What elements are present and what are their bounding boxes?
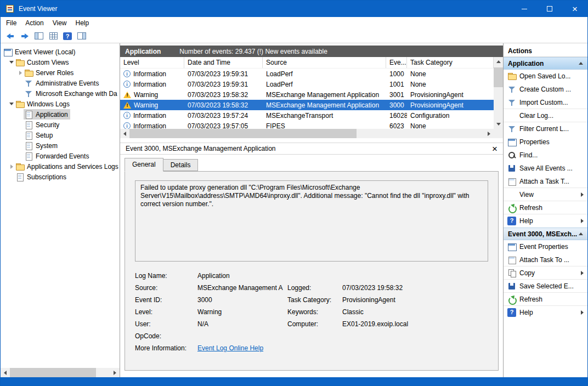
expander-open-icon[interactable] [8, 61, 15, 64]
cell-level: Warning [134, 91, 158, 99]
field-value-keywords: Classic [342, 308, 488, 316]
field-label-keywords: Keywords: [287, 308, 342, 316]
action-save-all-events[interactable]: Save All Events ... [504, 162, 587, 175]
action-properties[interactable]: Properties [504, 135, 587, 149]
action-label: Save All Events ... [519, 164, 584, 172]
event-row[interactable]: Warning 07/03/2023 19:58:32 MSExchange M… [120, 89, 503, 100]
close-button[interactable] [562, 1, 587, 17]
scroll-right-button[interactable] [484, 129, 494, 138]
warning-icon [123, 92, 131, 98]
column-header-source[interactable]: Source [263, 57, 386, 68]
menu-view[interactable]: View [48, 18, 71, 29]
show-hide-console-tree-button[interactable] [32, 30, 46, 42]
action-attach-task[interactable]: Attach a Task T... [504, 175, 587, 188]
details-tabs: General Details [120, 155, 503, 171]
actions-section-application-header[interactable]: Application [504, 57, 587, 70]
cell-level: Warning [134, 101, 158, 109]
event-description[interactable]: Failed to update proxy generation dll "C… [135, 180, 488, 262]
action-copy[interactable]: Copy [504, 266, 587, 280]
scroll-thumb[interactable] [10, 368, 96, 377]
action-open-saved-log[interactable]: Open Saved Lo... [504, 70, 587, 83]
event-row-selected[interactable]: Warning 07/03/2023 19:58:32 MSExchange M… [120, 100, 503, 110]
cell-task-category: ProvisioningAgent [407, 101, 494, 109]
menu-file[interactable]: File [2, 18, 21, 29]
action-find[interactable]: Find... [504, 149, 587, 162]
tree-item-event-viewer-local[interactable]: Event Viewer (Local) [1, 47, 120, 57]
subscriptions-icon [15, 173, 24, 181]
maximize-button[interactable] [537, 1, 562, 17]
tab-details[interactable]: Details [163, 159, 199, 171]
tree-item-setup[interactable]: Setup [1, 130, 120, 140]
expander-open-icon[interactable] [8, 103, 15, 105]
tree-item-subscriptions[interactable]: Subscriptions [1, 172, 120, 182]
action-refresh[interactable]: Refresh [504, 201, 587, 214]
action-create-custom-view[interactable]: Create Custom ... [504, 83, 587, 96]
forward-button[interactable] [18, 30, 32, 42]
event-log-online-help-link[interactable]: Event Log Online Help [197, 344, 287, 352]
log-title: Application [125, 48, 161, 55]
tree-item-forwarded-events[interactable]: Forwarded Events [1, 151, 120, 161]
tree-item-custom-views[interactable]: Custom Views [1, 57, 120, 67]
minimize-button[interactable] [512, 1, 537, 17]
folder-icon [15, 100, 24, 109]
tree-item-windows-logs[interactable]: Windows Logs [1, 99, 120, 109]
tree-item-security[interactable]: Security [1, 120, 120, 130]
tree-item-server-roles[interactable]: Server Roles [1, 67, 120, 78]
scroll-thumb[interactable] [494, 67, 503, 87]
tree-item-administrative-events[interactable]: Administrative Events [1, 78, 120, 88]
action-help-event[interactable]: Help [504, 306, 587, 319]
scroll-right-button[interactable] [110, 368, 120, 377]
scroll-down-button[interactable] [494, 120, 503, 129]
menu-help[interactable]: Help [71, 18, 94, 29]
column-header-task-category[interactable]: Task Category [407, 57, 494, 68]
action-filter-current-log[interactable]: Filter Current L... [504, 122, 587, 135]
column-header-date-time[interactable]: Date and Time [184, 57, 263, 68]
tree-item-applications-services-logs[interactable]: Applications and Services Logs [1, 161, 120, 172]
expander-closed-icon[interactable] [8, 164, 15, 169]
show-hide-action-pane-button[interactable] [75, 30, 89, 42]
scroll-left-button[interactable] [120, 129, 129, 138]
event-row[interactable]: Information 07/03/2023 19:57:05 FIPES 60… [120, 121, 503, 129]
scroll-up-button[interactable] [494, 57, 503, 66]
action-save-selected-events[interactable]: Save Selected E... [504, 280, 587, 293]
cell-date-time: 07/03/2023 19:58:32 [184, 91, 263, 99]
scroll-left-button[interactable] [1, 368, 10, 377]
section-header-label: Application [508, 60, 544, 67]
back-button[interactable] [3, 30, 18, 42]
action-refresh-event[interactable]: Refresh [504, 293, 587, 306]
scroll-thumb[interactable] [129, 129, 357, 138]
action-attach-task-to-event[interactable]: Attach Task To ... [504, 253, 587, 266]
event-row[interactable]: Information 07/03/2023 19:59:31 LoadPerf… [120, 79, 503, 89]
menu-action[interactable]: Action [21, 18, 48, 29]
field-label-user: User: [135, 320, 197, 328]
details-title: Event 3000, MSExchange Management Applic… [126, 145, 276, 152]
information-icon [123, 112, 131, 119]
action-help[interactable]: Help [504, 214, 587, 228]
action-import-custom-view[interactable]: Import Custom... [504, 96, 587, 109]
event-row[interactable]: Information 07/03/2023 19:59:31 LoadPerf… [120, 69, 503, 79]
field-value-log-name: Application [197, 272, 287, 280]
scroll-track[interactable] [10, 368, 110, 377]
events-horizontal-scrollbar [120, 129, 494, 138]
scroll-track[interactable] [494, 66, 503, 120]
tree-item-application[interactable]: Application [1, 109, 120, 120]
scroll-track[interactable] [129, 129, 484, 138]
submenu-arrow-icon [581, 192, 584, 197]
cell-source: LoadPerf [263, 81, 386, 88]
help-button[interactable] [60, 30, 75, 42]
properties-button[interactable] [46, 30, 60, 42]
tab-general[interactable]: General [125, 158, 163, 172]
column-header-event-id[interactable]: Eve... [386, 57, 407, 68]
expander-closed-icon[interactable] [17, 71, 24, 75]
action-clear-log[interactable]: Clear Log... [504, 109, 587, 122]
action-label: View [519, 191, 579, 198]
tree-item-system[interactable]: System [1, 140, 120, 151]
column-header-level[interactable]: Level [120, 57, 184, 68]
cell-date-time: 07/03/2023 19:57:05 [184, 122, 263, 129]
event-row[interactable]: Information 07/03/2023 19:57:24 MSExchan… [120, 110, 503, 121]
tree-item-microsoft-exchange-view[interactable]: Microsoft Exchange with Da [1, 88, 120, 99]
actions-section-event-header[interactable]: Event 3000, MSExch... [504, 228, 587, 240]
action-view[interactable]: View [504, 188, 587, 201]
action-event-properties[interactable]: Event Properties [504, 240, 587, 253]
details-close-button[interactable] [492, 144, 497, 154]
